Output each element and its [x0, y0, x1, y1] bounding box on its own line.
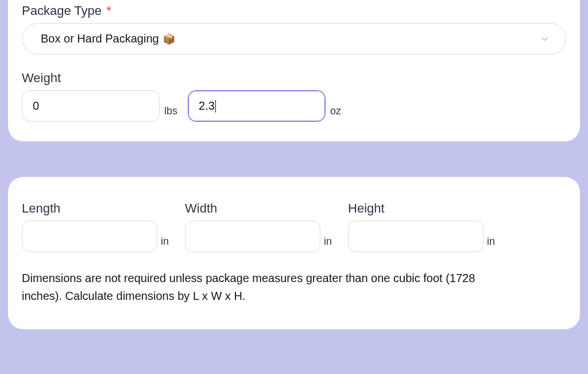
width-unit: in: [324, 236, 338, 252]
height-wrap: in: [348, 221, 501, 252]
package-type-select[interactable]: Box or Hard Packaging 📦: [22, 23, 566, 55]
text-cursor: [215, 100, 216, 113]
weight-row: lbs 2.3 oz: [22, 90, 566, 122]
width-group: Width in: [185, 201, 338, 252]
package-card: Package Type * Box or Hard Packaging 📦 W…: [8, 0, 580, 141]
weight-oz-unit: oz: [330, 105, 347, 122]
package-type-selected-text: Box or Hard Packaging: [41, 32, 159, 45]
package-icon: 📦: [163, 33, 175, 45]
width-wrap: in: [185, 221, 338, 252]
height-label: Height: [348, 201, 501, 216]
package-type-label: Package Type *: [22, 3, 566, 18]
weight-oz-input[interactable]: 2.3: [188, 90, 326, 122]
package-type-select-wrap: Box or Hard Packaging 📦: [22, 23, 566, 55]
height-group: Height in: [348, 201, 501, 252]
card-gap: [0, 141, 588, 177]
weight-lbs-input[interactable]: [22, 90, 160, 122]
required-asterisk: *: [106, 3, 111, 18]
weight-lbs-unit: lbs: [164, 105, 183, 122]
length-label: Length: [22, 201, 175, 216]
width-label: Width: [185, 201, 338, 216]
length-group: Length in: [22, 201, 175, 252]
width-input[interactable]: [185, 221, 320, 252]
length-unit: in: [161, 236, 175, 252]
weight-section: Weight lbs 2.3 oz: [22, 71, 566, 122]
weight-label: Weight: [22, 71, 566, 86]
package-type-label-text: Package Type: [22, 3, 102, 18]
length-wrap: in: [22, 221, 175, 252]
dimensions-hint: Dimensions are not required unless packa…: [22, 269, 493, 305]
height-input[interactable]: [348, 221, 483, 252]
dimensions-card: Length in Width in Height in Dimensions …: [8, 177, 580, 329]
height-unit: in: [487, 236, 501, 252]
length-input[interactable]: [22, 221, 157, 252]
weight-oz-value: 2.3: [199, 99, 215, 113]
dimensions-row: Length in Width in Height in: [22, 201, 566, 252]
